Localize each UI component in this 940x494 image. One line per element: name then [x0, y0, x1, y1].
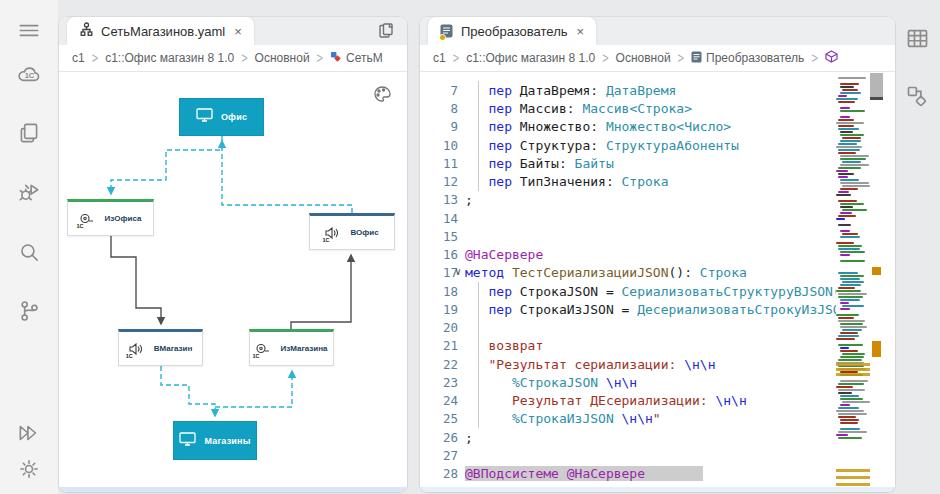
search-icon[interactable]: [16, 239, 42, 265]
diagram-node-to-office[interactable]: 1СВОфис: [309, 213, 395, 250]
breadcrumb-item[interactable]: c1: [72, 51, 85, 65]
diagram-node-to-shop[interactable]: 1СВМагазин: [118, 329, 203, 366]
code-line: 15: [420, 227, 836, 246]
minimap-highlight: [836, 373, 870, 376]
line-number: 7: [420, 83, 458, 98]
diagram-edge-tooffice-to-office: [222, 141, 352, 213]
close-icon[interactable]: ×: [232, 24, 244, 39]
line-number: 25: [420, 411, 458, 426]
code-line: 8 пер Массив: Массив<Строка>: [420, 99, 836, 118]
minimap-highlight: [836, 363, 870, 366]
breadcrumb-item[interactable]: Основной: [616, 51, 671, 65]
monitor-icon: [179, 432, 196, 450]
node-label: Магазины: [204, 436, 250, 446]
breadcrumb-label: Преобразователь: [706, 51, 804, 65]
code-line: 23 %СтрокаJSON \н\н: [420, 373, 836, 392]
node-label: ИзОфиса: [105, 214, 142, 223]
breadcrumb-separator: >: [92, 51, 98, 66]
minimap[interactable]: [836, 74, 870, 484]
menu-icon[interactable]: [16, 17, 42, 43]
breadcrumb-separator: >: [241, 51, 247, 66]
overview-ruler-warning-marker: [872, 349, 881, 357]
line-number: 17: [420, 265, 458, 280]
diagram-node-office[interactable]: Офис: [179, 98, 264, 136]
fold-toggle-icon[interactable]: ∨: [455, 266, 466, 277]
breadcrumb-item[interactable]: СетьМ: [330, 51, 383, 66]
git-branch-icon[interactable]: [16, 298, 42, 324]
copy-icon[interactable]: [16, 120, 42, 146]
diagram-node-shops[interactable]: Магазины: [173, 421, 257, 460]
diagram-edge-office-to-fromoffice: [111, 136, 222, 194]
module-file-icon: [440, 24, 454, 39]
minimap-highlight: [836, 469, 870, 472]
tab-preobrazovatel[interactable]: Преобразователь ×: [428, 17, 596, 45]
1c-cloud-icon[interactable]: 1С: [16, 62, 42, 88]
code-line: 11 пер Байты: Байты: [420, 154, 836, 173]
breadcrumb-label: c1::Офис магазин 8 1.0: [466, 51, 595, 65]
node-label: ИзМагазина: [281, 344, 328, 353]
code-line: 28@ВПодсистеме @НаСервере: [420, 464, 836, 483]
line-number: 22: [420, 357, 458, 372]
diagram-canvas[interactable]: Офис1СИзОфиса1СВОфис1СВМагазин1СИзМагази…: [59, 71, 407, 487]
activity-bar: 1С: [0, 0, 58, 494]
run-icon[interactable]: [16, 420, 42, 446]
overview-ruler-warning-marker: [872, 267, 881, 275]
diagram-edge-toshop-to-shops: [161, 366, 215, 416]
scrollbar-thumb[interactable]: [870, 73, 883, 100]
breadcrumb-label: СетьМ: [346, 51, 383, 65]
right-tab-strip: Преобразователь ×: [420, 17, 895, 45]
breadcrumb-item[interactable]: Основной: [255, 51, 310, 65]
right-tool-strip: [895, 0, 940, 494]
code-line: 13;: [420, 190, 836, 209]
code-line: 7 пер ДатаВремя: ДатаВремя: [420, 81, 836, 100]
code-line: 14: [420, 209, 836, 228]
code-line: 19 пер СтрокаИзJSON = ДесериализоватьСтр…: [420, 300, 836, 319]
breadcrumb-item[interactable]: c1::Офис магазин 8 1.0: [105, 51, 234, 65]
breadcrumb-label: c1: [72, 51, 85, 65]
exchange-in-icon: 1С: [325, 225, 341, 240]
monitor-icon: [196, 108, 213, 126]
code-line: 16@НаСервере: [420, 245, 836, 264]
horizontal-scrollbar[interactable]: [59, 487, 407, 492]
table-icon[interactable]: [904, 25, 931, 52]
breadcrumb: c1>c1::Офис магазин 8 1.0>Основной>Преоб…: [420, 45, 895, 71]
code-area[interactable]: 7 пер ДатаВремя: ДатаВремя8 пер Массив: …: [420, 71, 895, 487]
module-doc-icon: [691, 51, 702, 66]
breadcrumb-item[interactable]: Преобразователь: [691, 51, 804, 66]
breadcrumb-item[interactable]: c1: [433, 51, 446, 65]
settings-gear-icon[interactable]: [16, 456, 42, 482]
breadcrumb-label: Основной: [616, 51, 671, 65]
breadcrumb-separator: >: [678, 51, 684, 66]
line-number: 27: [420, 448, 458, 463]
breadcrumb-separator: >: [453, 51, 459, 66]
code-line: 9 пер Множество: Множество<Число>: [420, 117, 836, 136]
minimap-highlight: [836, 483, 870, 486]
tab-set-magazinov[interactable]: СетьМагазинов.yaml ×: [67, 17, 254, 45]
breadcrumb-separator: >: [317, 51, 323, 66]
code-line: 22 "Результат сериализации: \н\н: [420, 355, 836, 374]
flow-icon[interactable]: [904, 83, 931, 110]
line-number: 21: [420, 338, 458, 353]
breadcrumb-item[interactable]: [825, 50, 838, 66]
breadcrumb-label: c1: [433, 51, 446, 65]
diagram-file-icon: [79, 22, 94, 41]
clipboard-icon[interactable]: [377, 22, 395, 40]
breadcrumb-item[interactable]: c1::Офис магазин 8 1.0: [466, 51, 595, 65]
svg-text:1С: 1С: [25, 71, 35, 80]
diagram-node-from-office[interactable]: 1СИзОфиса: [67, 199, 154, 236]
line-number: 24: [420, 393, 458, 408]
line-number: 15: [420, 229, 458, 244]
horizontal-scrollbar[interactable]: [420, 487, 895, 492]
line-number: 11: [420, 156, 458, 171]
cube-icon: [825, 50, 838, 66]
line-number: 28: [420, 466, 458, 481]
diagram-node-from-shop[interactable]: 1СИзМагазина: [249, 329, 334, 366]
line-number: 13: [420, 192, 458, 207]
minimap-highlight: [836, 368, 870, 371]
code-line: 12 пер ТипЗначения: Строка: [420, 172, 836, 191]
close-icon[interactable]: ×: [575, 24, 587, 39]
code-line: 25 %СтрокаИзJSON \н\н": [420, 409, 836, 428]
code-line: 24 Результат ДЕсериализации: \н\н: [420, 391, 836, 410]
debug-icon[interactable]: [16, 180, 42, 206]
line-number: 26: [420, 430, 458, 445]
